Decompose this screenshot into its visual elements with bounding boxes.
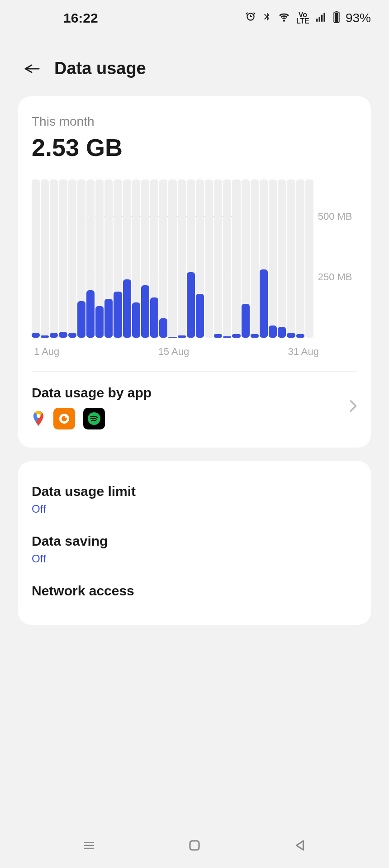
status-bar: 16:22 VoLTE 93% [0,0,389,36]
usage-by-app-row[interactable]: Data usage by app [32,385,357,429]
settings-card: Data usage limit Off Data saving Off Net… [18,461,371,625]
usage-by-app-title: Data usage by app [32,385,152,401]
chart-bar [287,179,295,338]
page-title: Data usage [54,59,146,78]
back-nav-button[interactable] [292,837,308,854]
chart-bar [296,179,304,338]
chart-bar [150,179,158,338]
status-icons: VoLTE 93% [245,10,371,26]
chart-bar [123,179,131,338]
volte-icon: VoLTE [296,12,309,25]
chart-bar [168,179,176,338]
svg-rect-6 [335,13,338,21]
chart-x-label: 15 Aug [158,346,190,358]
chart-y-label: 500 MB [318,211,352,222]
app2-icon [53,408,75,429]
chart-bar [114,179,122,338]
data-saving-title: Data saving [32,533,357,549]
chart-y-label: 250 MB [318,271,352,283]
back-button[interactable] [23,60,41,78]
svg-rect-1 [319,17,320,22]
status-time: 16:22 [63,10,98,26]
usage-chart: 500 MB250 MB [32,179,357,338]
chart-bar [196,179,204,338]
chart-bar [251,179,259,338]
network-access-item[interactable]: Network access [32,574,357,611]
maps-icon [32,408,45,429]
recents-button[interactable] [81,837,97,854]
chart-bar [141,179,149,338]
chart-bar [178,179,186,338]
network-access-title: Network access [32,583,357,599]
total-usage: 2.53 GB [32,133,357,161]
chart-bar [278,179,286,338]
chart-bar [159,179,167,338]
app-icons [32,408,152,429]
chart-bar [77,179,85,338]
chart-bar [32,179,40,338]
svg-rect-0 [316,19,318,22]
alarm-icon [245,11,256,26]
data-saving-value: Off [32,552,357,565]
wifi-icon [277,11,291,26]
chart-bar [232,179,240,338]
system-nav-bar [0,823,389,868]
data-usage-limit-item[interactable]: Data usage limit Off [32,475,357,524]
chart-bar [86,179,95,338]
home-button[interactable] [186,837,203,854]
page-header: Data usage [0,36,389,96]
chart-bar [269,179,277,338]
chart-bar [260,179,268,338]
divider [32,371,357,372]
chart-bar [41,179,49,338]
chart-x-labels: 1 Aug15 Aug31 Aug [32,346,321,358]
bluetooth-icon [262,11,272,26]
usage-summary-card: This month 2.53 GB 500 MB250 MB 1 Aug15 … [18,96,371,448]
svg-point-7 [37,414,40,418]
svg-rect-15 [190,841,199,850]
chart-bar [95,179,104,338]
chart-bar [242,179,250,338]
battery-percent: 93% [346,11,371,25]
spotify-icon [83,408,105,429]
chart-bar [187,179,195,338]
chart-x-label: 1 Aug [34,346,59,358]
chart-bar [104,179,113,338]
chart-bar [132,179,140,338]
signal-icon [315,11,327,26]
chart-bar [223,179,231,338]
svg-point-10 [65,416,66,418]
chevron-right-icon [349,400,357,415]
chart-bar [50,179,58,338]
chart-bar [305,179,313,338]
period-label: This month [32,114,357,129]
data-saving-item[interactable]: Data saving Off [32,524,357,574]
data-usage-limit-title: Data usage limit [32,484,357,499]
svg-rect-3 [323,13,325,22]
data-usage-limit-value: Off [32,503,357,515]
chart-bar [68,179,76,338]
svg-rect-2 [321,14,323,21]
chart-bar [214,179,222,338]
battery-icon [333,10,340,26]
svg-rect-5 [336,11,338,12]
chart-x-label: 31 Aug [288,346,319,358]
chart-bar [59,179,67,338]
chart-bar [205,179,213,338]
